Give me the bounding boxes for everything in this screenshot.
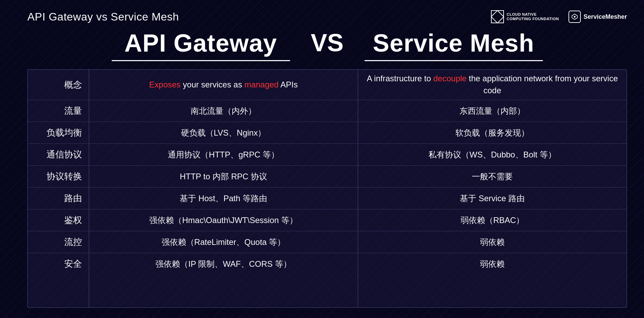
mesh-cell-6: 弱依赖（RBAC） <box>358 209 627 231</box>
api-cell-3: 通用协议（HTTP、gRPC 等） <box>89 143 358 165</box>
mesh-decouple-highlight: decouple <box>433 74 466 83</box>
label-row-0: 概念 <box>28 70 89 100</box>
api-gateway-header: API Gateway <box>102 30 300 61</box>
mesh-cell-8: 弱依赖 <box>358 253 627 275</box>
header-row: API Gateway VS Service Mesh <box>27 29 627 61</box>
api-gateway-underline <box>112 60 290 61</box>
mesh-cell-1: 东西流量（内部） <box>358 100 627 122</box>
mesh-cell-2: 软负载（服务发现） <box>358 122 627 143</box>
api-cell-5: 基于 Host、Path 等路由 <box>89 187 358 209</box>
vs-header: VS <box>300 29 355 61</box>
mesh-cell-5: 基于 Service 路由 <box>358 187 627 209</box>
sm-icon <box>568 11 581 23</box>
api-exposes-highlight: Exposes <box>149 80 181 89</box>
page-wrapper: API Gateway vs Service Mesh CLOUD NATIVE… <box>0 0 644 318</box>
col-mesh: A infrastructure to decouple the applica… <box>358 70 627 307</box>
cncf-text: CLOUD NATIVE COMPUTING FOUNDATION <box>507 12 559 21</box>
mesh-cell-7: 弱依赖 <box>358 231 627 253</box>
col-labels: 概念 流量 负载均衡 通信协议 协议转换 路由 鉴权 流控 安全 <box>28 70 89 307</box>
api-cell-8: 强依赖（IP 限制、WAF、CORS 等） <box>89 253 358 275</box>
vs-label: VS <box>311 29 343 56</box>
api-cell-2: 硬负载（LVS、Nginx） <box>89 122 358 143</box>
label-row-2: 负载均衡 <box>28 122 89 143</box>
service-mesh-underline <box>365 60 543 61</box>
label-row-5: 路由 <box>28 187 89 209</box>
api-cell-6: 强依赖（Hmac\Oauth\JWT\Session 等） <box>89 209 358 231</box>
mesh-cell-3: 私有协议（WS、Dubbo、Bolt 等） <box>358 143 627 165</box>
col-api: Exposes your services as managed APIs 南北… <box>89 70 358 307</box>
api-gateway-title: API Gateway <box>124 30 277 57</box>
label-row-8: 安全 <box>28 253 89 275</box>
page-title: API Gateway vs Service Mesh <box>27 11 179 23</box>
label-row-4: 协议转换 <box>28 165 89 187</box>
mesh-concept-text: A infrastructure to decouple the applica… <box>365 73 620 97</box>
servicemesher-label: ServiceMesher <box>584 13 627 20</box>
api-concept-text: Exposes your services as managed APIs <box>149 79 298 91</box>
cncf-icon <box>491 10 504 23</box>
mesh-cell-0: A infrastructure to decouple the applica… <box>358 70 627 100</box>
mesh-cell-4: 一般不需要 <box>358 165 627 187</box>
api-cell-0: Exposes your services as managed APIs <box>89 70 358 100</box>
api-cell-7: 强依赖（RateLimiter、Quota 等） <box>89 231 358 253</box>
service-mesh-title: Service Mesh <box>373 30 534 57</box>
label-row-7: 流控 <box>28 231 89 253</box>
servicemesher-logo: ServiceMesher <box>568 11 627 23</box>
api-cell-1: 南北流量（内外） <box>89 100 358 122</box>
comparison-table: 概念 流量 负载均衡 通信协议 协议转换 路由 鉴权 流控 安全 Exposes… <box>27 69 627 308</box>
api-cell-4: HTTP to 内部 RPC 协议 <box>89 165 358 187</box>
label-row-1: 流量 <box>28 100 89 122</box>
api-managed-highlight: managed <box>244 80 278 89</box>
svg-point-1 <box>574 16 575 18</box>
cncf-logo: CLOUD NATIVE COMPUTING FOUNDATION <box>491 10 559 23</box>
top-bar: API Gateway vs Service Mesh CLOUD NATIVE… <box>27 10 627 23</box>
label-row-6: 鉴权 <box>28 209 89 231</box>
label-row-3: 通信协议 <box>28 143 89 165</box>
service-mesh-header: Service Mesh <box>355 30 553 61</box>
logos: CLOUD NATIVE COMPUTING FOUNDATION Servic… <box>491 10 627 23</box>
